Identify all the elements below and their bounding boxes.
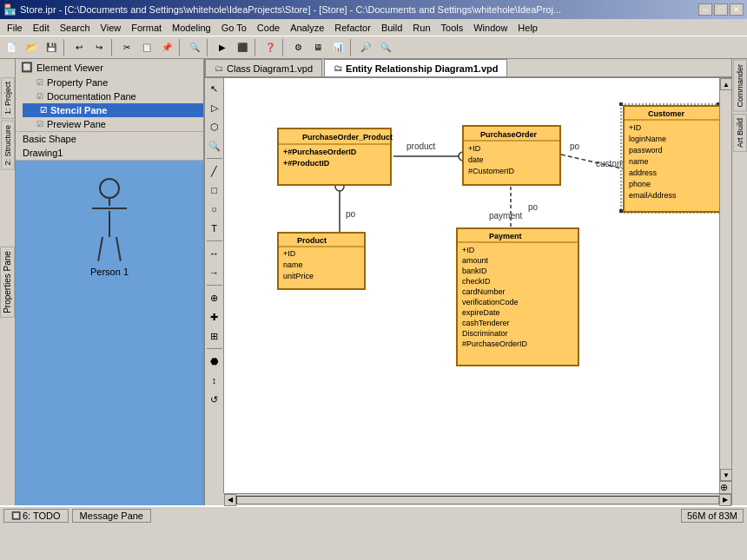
tb-undo[interactable]: ↩ xyxy=(69,38,89,57)
menu-format[interactable]: Format xyxy=(126,21,167,35)
scroll-left-btn[interactable]: ◀ xyxy=(224,494,236,506)
tool-rect[interactable]: □ xyxy=(206,181,223,199)
tab-project[interactable]: 1: Project xyxy=(1,77,15,119)
tb-paste[interactable]: 📌 xyxy=(157,38,176,57)
svg-text:phone: phone xyxy=(629,180,651,188)
svg-rect-12 xyxy=(619,102,623,106)
menu-run[interactable]: Run xyxy=(407,21,435,35)
tool-ellipse[interactable]: ○ xyxy=(206,201,223,218)
tb-find[interactable]: 🔍 xyxy=(185,38,204,57)
tab-class-diagram[interactable]: 🗂 Class Diagram1.vpd xyxy=(205,59,322,76)
tb-debug[interactable]: ⬛ xyxy=(233,38,252,57)
tab-structure[interactable]: 2: Structure xyxy=(1,121,15,170)
scroll-down-btn[interactable]: ▼ xyxy=(720,469,731,481)
tool-extra4[interactable]: ⬣ xyxy=(206,352,223,370)
tool-sep3 xyxy=(207,285,222,286)
tab-er-diagram[interactable]: 🗂 Entity Relationship Diagram1.vpd xyxy=(324,59,507,76)
tb-zoom-out[interactable]: 🔍 xyxy=(376,38,395,57)
tb-run[interactable]: ▶ xyxy=(213,38,232,57)
tree-stencil-pane[interactable]: ☑ Stencil Pane xyxy=(23,103,203,117)
tb-save[interactable]: 💾 xyxy=(42,38,61,57)
tb-redo[interactable]: ↪ xyxy=(89,38,109,57)
tb-zoom-in[interactable]: 🔎 xyxy=(356,38,375,57)
message-pane-btn[interactable]: Message Pane xyxy=(72,509,151,523)
properties-pane-side-label[interactable]: Properties Pane xyxy=(0,247,15,318)
menu-build[interactable]: Build xyxy=(376,21,407,35)
menu-file[interactable]: File xyxy=(2,21,28,35)
canvas-main-area: ↖ ▷ ⬡ 🔍 ╱ □ ○ T ↔ → ⊕ ✚ ⊞ ⬣ ↕ ↺ xyxy=(205,78,731,493)
tb-extra1[interactable]: ⚙ xyxy=(288,38,307,57)
message-pane-label: Message Pane xyxy=(80,511,143,521)
menu-analyze[interactable]: Analyze xyxy=(285,21,329,35)
drawing-tools: ↖ ▷ ⬡ 🔍 ╱ □ ○ T ↔ → ⊕ ✚ ⊞ ⬣ ↕ ↺ xyxy=(205,78,224,493)
menu-goto[interactable]: Go To xyxy=(216,21,252,35)
close-btn[interactable]: ✕ xyxy=(730,3,744,16)
menu-view[interactable]: View xyxy=(96,21,127,35)
tab-commander[interactable]: Commander xyxy=(733,60,747,112)
resize-corner[interactable]: ⊕ xyxy=(719,481,731,493)
svg-text:amount: amount xyxy=(462,256,489,265)
svg-text:expireDate: expireDate xyxy=(462,308,500,317)
element-viewer-section: 🔲 Element Viewer ☑ Property Pane ☑ Docum… xyxy=(16,59,203,132)
element-viewer-header[interactable]: 🔲 Element Viewer xyxy=(16,59,203,76)
stencil-drawing1[interactable]: Drawing1 xyxy=(16,146,203,160)
tb-copy[interactable]: 📋 xyxy=(137,38,156,57)
menu-edit[interactable]: Edit xyxy=(28,21,55,35)
tool-line[interactable]: ╱ xyxy=(206,162,223,180)
scroll-right-btn[interactable]: ▶ xyxy=(719,494,731,506)
menu-search[interactable]: Search xyxy=(55,21,96,35)
tool-lasso[interactable]: ⬡ xyxy=(206,118,223,135)
stencil-basic-shape[interactable]: Basic Shape xyxy=(16,132,203,146)
todo-btn[interactable]: 🔲 6: TODO xyxy=(3,509,69,523)
svg-text:po: po xyxy=(570,142,580,151)
tool-extra6[interactable]: ↺ xyxy=(206,391,223,408)
menu-modeling[interactable]: Modeling xyxy=(167,21,216,35)
menu-help[interactable]: Help xyxy=(512,21,543,35)
tab-art-build[interactable]: Art Build xyxy=(733,114,747,152)
svg-text:+ID: +ID xyxy=(283,249,296,258)
svg-canvas[interactable]: product po customer po payment xyxy=(224,78,731,493)
tool-select[interactable]: ↖ xyxy=(206,80,223,97)
scrollbar-vertical[interactable]: ▲ ▼ xyxy=(719,78,731,481)
title-text: Store.ipr - [C:\Documents and Settings\w… xyxy=(20,4,561,15)
tree-documentation-pane[interactable]: ☑ Documentation Pane xyxy=(23,89,203,103)
tool-extra5[interactable]: ↕ xyxy=(206,372,223,389)
stencil-pane-label: Stencil Pane xyxy=(50,105,107,115)
tree-property-pane[interactable]: ☑ Property Pane xyxy=(23,76,203,89)
stencil-canvas: Person 1 xyxy=(16,161,203,505)
documentation-pane-label: Documentation Pane xyxy=(47,91,136,102)
menu-tools[interactable]: Tools xyxy=(436,21,469,35)
tb-extra2[interactable]: 🖥 xyxy=(308,38,327,57)
scroll-track-v xyxy=(720,90,731,469)
svg-text:+ID: +ID xyxy=(462,246,475,254)
svg-text:name: name xyxy=(283,260,303,269)
tool-arrow[interactable]: → xyxy=(206,264,223,281)
minimize-btn[interactable]: ─ xyxy=(698,3,712,16)
svg-text:+ID: +ID xyxy=(468,144,481,153)
tool-zoom[interactable]: 🔍 xyxy=(206,137,223,155)
menu-code[interactable]: Code xyxy=(252,21,285,35)
menu-refactor[interactable]: Refactor xyxy=(329,21,376,35)
tool-extra2[interactable]: ✚ xyxy=(206,308,223,326)
tree-preview-pane[interactable]: ☑ Preview Pane xyxy=(23,117,203,131)
scroll-up-btn[interactable]: ▲ xyxy=(720,78,731,90)
svg-text:bankID: bankID xyxy=(462,267,487,275)
canvas-area: 🗂 Class Diagram1.vpd 🗂 Entity Relationsh… xyxy=(205,59,731,505)
tb-new[interactable]: 📄 xyxy=(2,38,21,57)
tb-open[interactable]: 📂 xyxy=(22,38,41,57)
scrollbar-horizontal[interactable]: ◀ ▶ xyxy=(224,493,731,505)
tool-pointer[interactable]: ▷ xyxy=(206,99,223,116)
tool-extra1[interactable]: ⊕ xyxy=(206,289,223,306)
tool-extra3[interactable]: ⊞ xyxy=(206,327,223,345)
tool-text[interactable]: T xyxy=(206,220,223,237)
menu-window[interactable]: Window xyxy=(468,21,512,35)
tb-cut[interactable]: ✂ xyxy=(117,38,136,57)
right-side-tabs: Commander Art Build xyxy=(731,59,747,505)
svg-text:loginName: loginName xyxy=(629,135,666,143)
tool-connect[interactable]: ↔ xyxy=(206,245,223,262)
svg-text:#PurchaseOrderID: #PurchaseOrderID xyxy=(462,339,528,348)
tb-help[interactable]: ❓ xyxy=(261,38,280,57)
maximize-btn[interactable]: □ xyxy=(714,3,728,16)
tb-extra3[interactable]: 📊 xyxy=(328,38,347,57)
svg-text:po: po xyxy=(346,209,356,219)
